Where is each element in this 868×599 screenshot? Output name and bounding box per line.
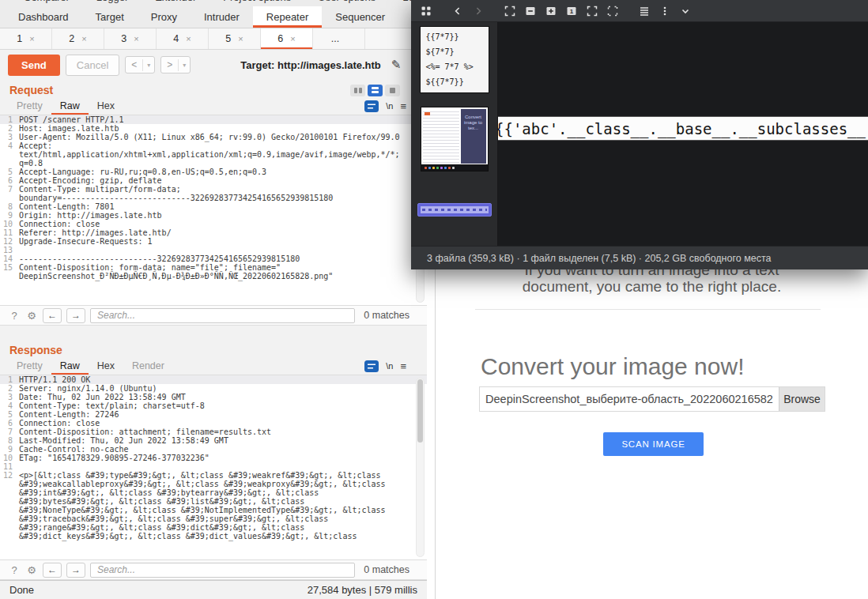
forward-icon[interactable] [470,2,486,19]
line-number [0,523,19,532]
burp-module-tab[interactable]: Project options [223,0,291,6]
chevron-down-icon[interactable] [677,2,693,19]
thumbnail-ssti-payload-image[interactable]: {{7*7}}${7*7}<%= 7*7 %>${{7*7}} [420,26,489,93]
repeater-tab[interactable]: 2× [52,28,104,49]
burp-module-tab[interactable]: Repeater [253,6,322,28]
response-line: 7Content-Disposition: attachment; filena… [0,428,427,436]
repeater-tab[interactable]: 4× [157,28,209,49]
editor-menu-icon[interactable]: ≡ [400,100,406,112]
file-upload-input[interactable]: DeepinScreenshot_выберите-область_202206… [479,386,825,412]
close-icon[interactable]: × [134,34,138,43]
response-line: 5Content-Length: 27246 [0,410,427,419]
request-view-tab[interactable]: Raw [51,97,89,115]
history-back-button[interactable]: < ▾ [125,56,155,73]
layout-columns-button[interactable] [350,85,365,96]
layout-rows-button[interactable] [368,85,383,96]
burp-module-tab[interactable]: Extender [155,0,196,6]
line-number: 1 [0,115,19,124]
tab-label: Sequencer [335,11,385,23]
search-prev-button[interactable]: ← [43,563,62,578]
zoom-out-icon[interactable] [522,2,538,19]
line-text: -----------------------------32269283773… [19,254,300,263]
caret-down-icon[interactable]: ▾ [178,59,190,71]
burp-module-tab[interactable]: Logger [96,0,128,6]
burp-module-tab[interactable]: Dashboard [5,6,82,28]
close-icon[interactable]: × [238,34,243,43]
repeater-tab[interactable]: 6× [261,28,313,49]
burp-module-tab[interactable]: Comparer [24,0,70,6]
repeater-tab[interactable]: 5× [209,28,261,49]
file-manager-status-bar: 3 файла (359,3 kB) · 1 файл выделен (7,5… [411,246,868,269]
zoom-100-icon[interactable]: 1 [563,2,579,19]
show-newlines-toggle[interactable]: \n [386,101,393,111]
response-view-tab[interactable]: Render [123,357,173,375]
caret-down-icon[interactable]: ▾ [142,59,154,71]
close-icon[interactable]: × [81,34,86,43]
line-number: 9 [0,211,19,220]
history-forward-button[interactable]: > ▾ [160,56,191,73]
editor-menu-icon[interactable]: ≡ [400,360,406,372]
request-line: 12Upgrade-Insecure-Requests: 1 [0,237,427,246]
burp-module-tab[interactable]: Intruder [191,6,253,28]
request-editor[interactable]: 1POST /scanner HTTP/1.1 2Host: images.la… [0,115,427,305]
request-line: 3User-Agent: Mozilla/5.0 (X11; Linux x86… [0,133,427,141]
wrap-format-icon[interactable] [364,360,379,372]
search-input[interactable] [90,308,355,323]
thumbnail-screenshot[interactable]: Convert image to tex... [421,107,489,171]
response-line: &#39;traceback&#39;&gt;, &lt;class &#39;… [0,514,427,523]
response-editor[interactable]: 1HTTP/1.1 200 OK 2Server: nginx/1.14.0 (… [0,375,427,559]
help-icon[interactable]: ? [8,564,21,576]
image-preview-canvas[interactable]: {{'abc'.__class__.__base__.__subclasses_… [498,22,868,246]
zoom-in-icon[interactable] [542,2,559,19]
close-icon[interactable]: × [186,34,191,43]
cancel-button[interactable]: Cancel [66,55,119,76]
response-view-tab[interactable]: Hex [89,357,123,375]
fullscreen-icon[interactable] [583,2,600,19]
wrap-format-icon[interactable] [364,100,379,112]
frameless-icon[interactable] [604,2,621,19]
layout-single-button[interactable] [385,85,400,96]
gear-icon[interactable]: ⚙ [25,310,38,322]
scrollbar-thumb[interactable] [417,379,423,443]
request-view-tab[interactable]: Hex [89,97,123,115]
search-next-button[interactable]: → [66,308,85,323]
browse-button[interactable]: Browse [779,387,825,411]
repeater-tab[interactable]: ... [313,28,365,49]
burp-module-tab[interactable]: User options [318,0,376,6]
show-newlines-toggle[interactable]: \n [386,361,393,371]
line-text: Accept-Language: ru-RU,ru;q=0.8,en-US;q=… [19,168,266,176]
file-manager-window: 1 {{7*7}}${7*7}<%= 7*7 %>${{7*7}} Conver… [411,0,868,269]
repeater-tab-label: ... [331,33,339,44]
response-scrollbar[interactable] [416,378,425,557]
scan-image-button[interactable]: SCAN IMAGE [603,432,704,456]
burp-module-tab[interactable]: Proxy [138,6,191,28]
help-icon[interactable]: ? [8,310,21,322]
search-prev-button[interactable]: ← [43,308,62,323]
close-icon[interactable]: × [290,34,295,43]
response-line: 3Date: Thu, 02 Jun 2022 13:58:49 GMT [0,393,427,401]
grid-view-icon[interactable] [417,2,434,19]
search-next-button[interactable]: → [66,563,85,578]
back-icon[interactable] [449,2,466,19]
repeater-tab[interactable]: 1× [0,28,52,49]
screenshot-taskbar [421,164,488,171]
burp-module-tab[interactable]: Target [82,6,138,28]
search-input[interactable] [90,563,355,578]
response-line: &#39;dict_keys&#39;&gt;, &lt;class &#39;… [0,532,427,541]
fit-to-window-icon[interactable] [501,2,518,19]
request-view-tab[interactable]: Pretty [8,97,51,115]
thumbnail-selected-payload-strip[interactable] [417,203,492,217]
response-view-tab[interactable]: Pretty [8,357,51,375]
edit-pencil-icon[interactable]: ✎ [391,58,402,72]
send-button[interactable]: Send [8,55,60,76]
panel-splitter[interactable] [0,326,427,340]
line-text: &#39;NoneType&#39;&gt;, &lt;class &#39;N… [19,506,386,514]
kebab-menu-icon[interactable] [656,2,673,19]
gear-icon[interactable]: ⚙ [25,564,38,576]
line-number: 1 [0,375,19,384]
burp-module-tab[interactable]: Sequencer [322,6,398,28]
response-view-tab[interactable]: Raw [51,357,89,375]
list-view-icon[interactable] [636,2,652,19]
close-icon[interactable]: × [29,34,34,43]
repeater-tab[interactable]: 3× [104,28,157,49]
